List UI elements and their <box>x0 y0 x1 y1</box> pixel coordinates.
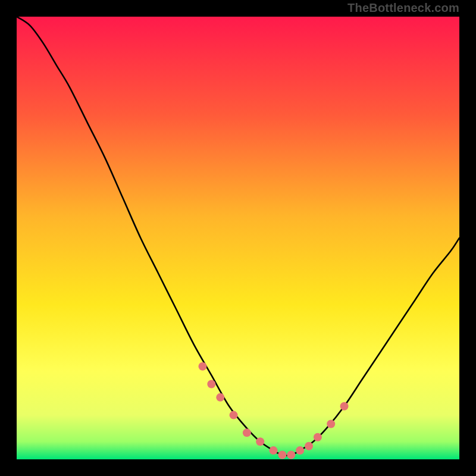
marker-point <box>198 362 206 371</box>
marker-point <box>340 402 349 411</box>
curve-layer <box>17 17 459 459</box>
marker-point <box>230 411 238 419</box>
plot-area <box>17 17 459 459</box>
marker-point <box>207 380 215 389</box>
marker-point <box>270 446 278 455</box>
bottleneck-curve <box>17 17 459 455</box>
marker-point <box>305 442 313 450</box>
source-label: TheBottleneck.com <box>347 1 459 15</box>
highlight-markers <box>198 362 348 459</box>
marker-point <box>327 419 335 428</box>
marker-point <box>216 393 224 402</box>
chart-canvas: TheBottleneck.com <box>0 0 476 476</box>
marker-point <box>243 428 251 437</box>
marker-point <box>278 451 286 459</box>
marker-point <box>256 437 264 446</box>
marker-point <box>314 433 322 441</box>
marker-point <box>296 446 304 455</box>
marker-point <box>287 451 295 459</box>
